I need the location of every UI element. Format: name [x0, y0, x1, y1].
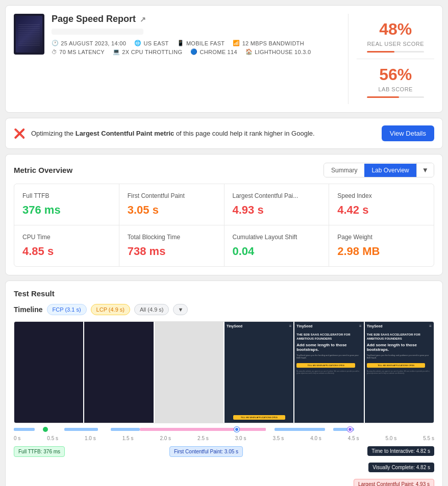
meta-browser: 🔵 CHROME 114 [190, 48, 237, 55]
fcp-marker [234, 427, 239, 432]
screenshot-frame-1 [14, 322, 83, 423]
screenshot-frame-4: TinySeed ≡ TELL ME WHEN APPLICATIONS OPE… [225, 322, 293, 423]
toggle-dropdown-button[interactable]: ▼ [416, 163, 434, 177]
lab-score-value: 56% [367, 65, 424, 84]
timeline-label: Timeline [14, 305, 43, 314]
screenshot-frame-3 [155, 322, 223, 423]
time-marks: 0 s 0.5 s 1.0 s 1.5 s 2.0 s 2.5 s 3.0 s … [14, 436, 434, 441]
metric-name-4: CPU Time [22, 234, 111, 241]
real-user-score-bar [367, 51, 424, 53]
real-user-score-label: REAL USER SCORE [367, 41, 424, 47]
metric-value-4: 4.85 s [22, 245, 111, 258]
meta-row-1: 🕐 25 AUGUST 2023, 14:00 🌐 US EAST 📱 MOBI… [52, 40, 348, 46]
real-user-score-value: 48% [367, 20, 424, 39]
globe-icon: 🌐 [134, 40, 141, 46]
metric-value-5: 738 ms [128, 245, 216, 258]
meta-connection: 📱 MOBILE FAST [177, 40, 225, 46]
timeline-dropdown[interactable]: ▼ [173, 304, 188, 315]
meta-cpu: 💻 2X CPU THROTTLING [113, 48, 182, 55]
header-left: Page Speed Report ↗ 🕐 25 AUGUST 2023, 14… [14, 14, 348, 104]
alert-text: Optimizing the Largest Contentful Paint … [31, 130, 376, 137]
meta-lighthouse: 🏠 LIGHTHOUSE 10.3.0 [245, 48, 311, 55]
meta-bandwidth: 📶 12 MBPS BANDWIDTH [233, 40, 304, 46]
metric-card-3: Speed Index 4.42 s [329, 184, 434, 225]
lab-score-card: 56% LAB SCORE [357, 59, 434, 104]
summary-toggle-button[interactable]: Summary [324, 164, 364, 177]
timeline-ruler: 0 s 0.5 s 1.0 s 1.5 s 2.0 s 2.5 s 3.0 s … [14, 425, 434, 441]
lcp-annotation: Largest Contentful Paint: 4.93 s [354, 479, 434, 486]
screenshot-frame-5: TinySeed ≡ THE B2B SAAS ACCELERATOR FOR … [294, 322, 363, 423]
lighthouse-icon: 🏠 [245, 48, 253, 55]
screenshot-frame-6: TinySeed ≡ THE B2B SAAS ACCELERATOR FOR … [365, 322, 434, 423]
alert-banner: ❌ Optimizing the Largest Contentful Pain… [5, 118, 443, 149]
all-tag[interactable]: All (4.9 s) [134, 304, 169, 315]
metric-card-5: Total Blocking Time 738 ms [119, 225, 224, 266]
mobile-icon: 📱 [177, 40, 184, 46]
report-title: Page Speed Report ↗ [52, 14, 348, 24]
metric-card-2: Largest Contentful Pai... 4.93 s [225, 184, 329, 225]
meta-location: 🌐 US EAST [134, 40, 168, 46]
metric-name-1: First Contentful Paint [128, 192, 216, 199]
metric-name-3: Speed Index [337, 192, 426, 199]
header-info: Page Speed Report ↗ 🕐 25 AUGUST 2023, 14… [52, 14, 348, 57]
external-link-icon[interactable]: ↗ [140, 15, 146, 23]
section-header: Metric Overview Summary Lab Overview ▼ [14, 163, 434, 177]
page-thumbnail [14, 14, 44, 55]
metric-card-0: Full TTFB 376 ms [14, 184, 119, 225]
score-cards: 48% REAL USER SCORE 56% LAB SCORE [348, 14, 434, 104]
fcp-annotation: First Contentful Paint: 3.05 s [169, 446, 243, 457]
screenshot-frame-2 [84, 322, 153, 423]
real-user-score-bar-fill [367, 51, 394, 53]
metric-name-7: Page Weight [337, 234, 426, 241]
chrome-icon: 🔵 [190, 48, 197, 55]
meta-latency: ⏱ 70 MS LATENCY [52, 48, 105, 55]
metrics-section: Metric Overview Summary Lab Overview ▼ F… [5, 154, 443, 275]
metric-value-6: 0.04 [233, 245, 321, 258]
section-title: Metric Overview [14, 166, 72, 174]
timeline-bars [14, 425, 434, 433]
lab-score-label: LAB SCORE [367, 86, 424, 92]
metric-card-6: Cumulative Layout Shift 0.04 [225, 225, 329, 266]
timer-icon: ⏱ [52, 49, 57, 55]
metric-name-5: Total Blocking Time [128, 234, 216, 241]
annotation-badges: Full TTFB: 376 ms First Contentful Paint… [14, 446, 434, 486]
wifi-icon: 📶 [233, 40, 240, 46]
ttfb-annotation: Full TTFB: 376 ms [14, 446, 65, 457]
lab-overview-toggle-button[interactable]: Lab Overview [364, 164, 416, 177]
metric-value-2: 4.93 s [233, 203, 321, 217]
clock-icon: 🕐 [52, 40, 59, 46]
view-toggle: Summary Lab Overview ▼ [323, 163, 434, 177]
metric-value-0: 376 ms [22, 203, 111, 217]
test-result-title: Test Result [14, 289, 434, 298]
lab-score-bar [367, 96, 424, 98]
lcp-marker [347, 427, 353, 432]
error-icon: ❌ [14, 128, 25, 139]
metric-name-2: Largest Contentful Pai... [233, 192, 321, 199]
test-result-section: Test Result Timeline FCP (3.1 s) LCP (4.… [5, 280, 443, 486]
screenshot-strip: TinySeed ≡ TELL ME WHEN APPLICATIONS OPE… [14, 321, 434, 423]
url-bar [52, 29, 143, 35]
metric-value-3: 4.42 s [337, 203, 426, 217]
lab-score-bar-fill [367, 96, 399, 98]
meta-date: 🕐 25 AUGUST 2023, 14:00 [52, 40, 126, 46]
cpu-icon: 💻 [113, 48, 120, 55]
fcp-tag[interactable]: FCP (3.1 s) [47, 304, 87, 315]
metric-name-0: Full TTFB [22, 192, 111, 199]
metric-card-4: CPU Time 4.85 s [14, 225, 119, 266]
real-user-score-card: 48% REAL USER SCORE [357, 14, 434, 59]
timeline-header: Timeline FCP (3.1 s) LCP (4.9 s) All (4.… [14, 304, 434, 315]
metric-card-7: Page Weight 2.98 MB [329, 225, 434, 266]
meta-row-2: ⏱ 70 MS LATENCY 💻 2X CPU THROTTLING 🔵 CH… [52, 48, 348, 55]
metric-card-1: First Contentful Paint 3.05 s [119, 184, 224, 225]
metric-name-6: Cumulative Layout Shift [233, 234, 321, 241]
visually-complete-annotation: Visually Complete: 4.82 s [368, 463, 434, 472]
header-card: Page Speed Report ↗ 🕐 25 AUGUST 2023, 14… [5, 5, 443, 113]
metric-value-7: 2.98 MB [337, 245, 426, 258]
view-details-button[interactable]: View Details [382, 125, 434, 141]
tti-annotation: Time to Interactive: 4.82 s [367, 446, 434, 456]
lcp-tag[interactable]: LCP (4.9 s) [91, 304, 130, 315]
ttfb-marker [43, 427, 48, 432]
metric-value-1: 3.05 s [128, 203, 216, 217]
metrics-grid: Full TTFB 376 ms First Contentful Paint … [14, 184, 434, 267]
